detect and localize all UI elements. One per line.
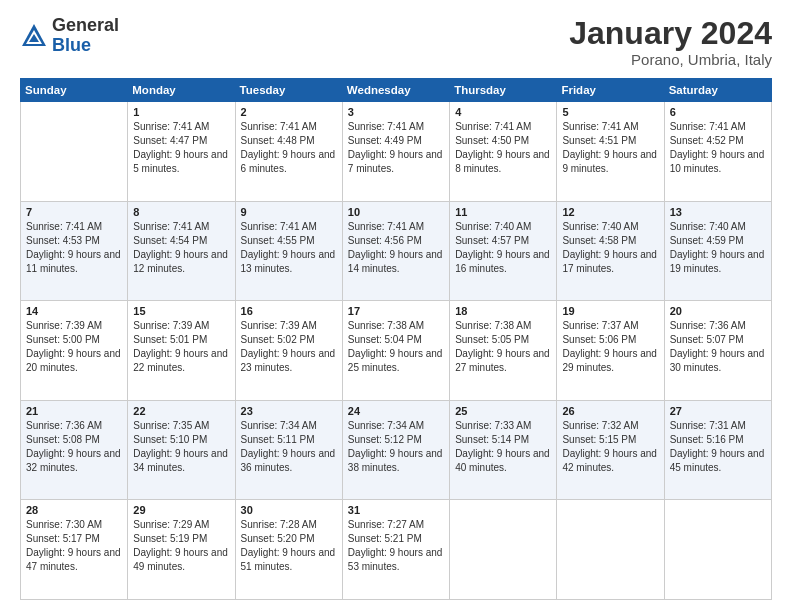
calendar-day-header: Tuesday [235, 79, 342, 102]
calendar-day-cell: 16Sunrise: 7:39 AMSunset: 5:02 PMDayligh… [235, 301, 342, 401]
day-number: 24 [348, 405, 444, 417]
day-number: 23 [241, 405, 337, 417]
day-number: 11 [455, 206, 551, 218]
calendar-day-header: Thursday [450, 79, 557, 102]
calendar-day-cell: 25Sunrise: 7:33 AMSunset: 5:14 PMDayligh… [450, 400, 557, 500]
calendar-header-row: SundayMondayTuesdayWednesdayThursdayFrid… [21, 79, 772, 102]
calendar-day-cell: 15Sunrise: 7:39 AMSunset: 5:01 PMDayligh… [128, 301, 235, 401]
calendar-day-cell: 3Sunrise: 7:41 AMSunset: 4:49 PMDaylight… [342, 102, 449, 202]
logo: General Blue [20, 16, 119, 56]
header: General Blue January 2024 Porano, Umbria… [20, 16, 772, 68]
day-number: 12 [562, 206, 658, 218]
calendar-day-cell: 1Sunrise: 7:41 AMSunset: 4:47 PMDaylight… [128, 102, 235, 202]
calendar-day-cell: 24Sunrise: 7:34 AMSunset: 5:12 PMDayligh… [342, 400, 449, 500]
day-number: 28 [26, 504, 122, 516]
calendar-day-header: Friday [557, 79, 664, 102]
page-title: January 2024 [569, 16, 772, 51]
day-info: Sunrise: 7:41 AMSunset: 4:55 PMDaylight:… [241, 220, 337, 276]
logo-blue-text: Blue [52, 35, 91, 55]
day-info: Sunrise: 7:39 AMSunset: 5:02 PMDaylight:… [241, 319, 337, 375]
day-number: 21 [26, 405, 122, 417]
calendar-day-cell: 21Sunrise: 7:36 AMSunset: 5:08 PMDayligh… [21, 400, 128, 500]
calendar-table: SundayMondayTuesdayWednesdayThursdayFrid… [20, 78, 772, 600]
page-subtitle: Porano, Umbria, Italy [569, 51, 772, 68]
calendar-day-header: Wednesday [342, 79, 449, 102]
day-number: 20 [670, 305, 766, 317]
calendar-day-cell: 29Sunrise: 7:29 AMSunset: 5:19 PMDayligh… [128, 500, 235, 600]
day-number: 6 [670, 106, 766, 118]
day-info: Sunrise: 7:40 AMSunset: 4:59 PMDaylight:… [670, 220, 766, 276]
calendar-day-cell: 20Sunrise: 7:36 AMSunset: 5:07 PMDayligh… [664, 301, 771, 401]
calendar-day-cell: 14Sunrise: 7:39 AMSunset: 5:00 PMDayligh… [21, 301, 128, 401]
day-info: Sunrise: 7:34 AMSunset: 5:12 PMDaylight:… [348, 419, 444, 475]
day-number: 9 [241, 206, 337, 218]
day-info: Sunrise: 7:35 AMSunset: 5:10 PMDaylight:… [133, 419, 229, 475]
calendar-day-cell: 5Sunrise: 7:41 AMSunset: 4:51 PMDaylight… [557, 102, 664, 202]
day-number: 14 [26, 305, 122, 317]
day-number: 17 [348, 305, 444, 317]
calendar-day-cell: 13Sunrise: 7:40 AMSunset: 4:59 PMDayligh… [664, 201, 771, 301]
calendar-day-cell: 18Sunrise: 7:38 AMSunset: 5:05 PMDayligh… [450, 301, 557, 401]
day-number: 1 [133, 106, 229, 118]
day-info: Sunrise: 7:41 AMSunset: 4:54 PMDaylight:… [133, 220, 229, 276]
calendar-day-cell: 22Sunrise: 7:35 AMSunset: 5:10 PMDayligh… [128, 400, 235, 500]
calendar-day-cell: 8Sunrise: 7:41 AMSunset: 4:54 PMDaylight… [128, 201, 235, 301]
day-number: 8 [133, 206, 229, 218]
calendar-day-cell [557, 500, 664, 600]
calendar-day-cell: 17Sunrise: 7:38 AMSunset: 5:04 PMDayligh… [342, 301, 449, 401]
calendar-day-cell: 26Sunrise: 7:32 AMSunset: 5:15 PMDayligh… [557, 400, 664, 500]
day-number: 15 [133, 305, 229, 317]
day-info: Sunrise: 7:30 AMSunset: 5:17 PMDaylight:… [26, 518, 122, 574]
day-info: Sunrise: 7:33 AMSunset: 5:14 PMDaylight:… [455, 419, 551, 475]
day-info: Sunrise: 7:29 AMSunset: 5:19 PMDaylight:… [133, 518, 229, 574]
calendar-day-cell: 27Sunrise: 7:31 AMSunset: 5:16 PMDayligh… [664, 400, 771, 500]
day-info: Sunrise: 7:41 AMSunset: 4:52 PMDaylight:… [670, 120, 766, 176]
day-info: Sunrise: 7:31 AMSunset: 5:16 PMDaylight:… [670, 419, 766, 475]
calendar-day-cell: 10Sunrise: 7:41 AMSunset: 4:56 PMDayligh… [342, 201, 449, 301]
day-number: 13 [670, 206, 766, 218]
day-info: Sunrise: 7:41 AMSunset: 4:56 PMDaylight:… [348, 220, 444, 276]
day-number: 31 [348, 504, 444, 516]
day-info: Sunrise: 7:41 AMSunset: 4:50 PMDaylight:… [455, 120, 551, 176]
calendar-day-header: Sunday [21, 79, 128, 102]
calendar-week-row: 14Sunrise: 7:39 AMSunset: 5:00 PMDayligh… [21, 301, 772, 401]
page: General Blue January 2024 Porano, Umbria… [0, 0, 792, 612]
day-info: Sunrise: 7:32 AMSunset: 5:15 PMDaylight:… [562, 419, 658, 475]
calendar-day-cell: 19Sunrise: 7:37 AMSunset: 5:06 PMDayligh… [557, 301, 664, 401]
calendar-day-cell: 28Sunrise: 7:30 AMSunset: 5:17 PMDayligh… [21, 500, 128, 600]
calendar-day-cell: 4Sunrise: 7:41 AMSunset: 4:50 PMDaylight… [450, 102, 557, 202]
day-info: Sunrise: 7:41 AMSunset: 4:48 PMDaylight:… [241, 120, 337, 176]
day-number: 19 [562, 305, 658, 317]
day-info: Sunrise: 7:28 AMSunset: 5:20 PMDaylight:… [241, 518, 337, 574]
day-info: Sunrise: 7:38 AMSunset: 5:05 PMDaylight:… [455, 319, 551, 375]
calendar-day-cell: 9Sunrise: 7:41 AMSunset: 4:55 PMDaylight… [235, 201, 342, 301]
day-info: Sunrise: 7:27 AMSunset: 5:21 PMDaylight:… [348, 518, 444, 574]
day-info: Sunrise: 7:36 AMSunset: 5:08 PMDaylight:… [26, 419, 122, 475]
day-number: 25 [455, 405, 551, 417]
day-number: 10 [348, 206, 444, 218]
calendar-day-cell: 12Sunrise: 7:40 AMSunset: 4:58 PMDayligh… [557, 201, 664, 301]
calendar-day-header: Saturday [664, 79, 771, 102]
day-info: Sunrise: 7:41 AMSunset: 4:49 PMDaylight:… [348, 120, 444, 176]
day-number: 16 [241, 305, 337, 317]
day-number: 29 [133, 504, 229, 516]
calendar-day-header: Monday [128, 79, 235, 102]
day-info: Sunrise: 7:40 AMSunset: 4:57 PMDaylight:… [455, 220, 551, 276]
calendar-day-cell: 11Sunrise: 7:40 AMSunset: 4:57 PMDayligh… [450, 201, 557, 301]
day-info: Sunrise: 7:34 AMSunset: 5:11 PMDaylight:… [241, 419, 337, 475]
day-number: 30 [241, 504, 337, 516]
day-number: 7 [26, 206, 122, 218]
day-number: 5 [562, 106, 658, 118]
day-number: 18 [455, 305, 551, 317]
day-info: Sunrise: 7:41 AMSunset: 4:53 PMDaylight:… [26, 220, 122, 276]
day-number: 26 [562, 405, 658, 417]
day-number: 3 [348, 106, 444, 118]
day-info: Sunrise: 7:37 AMSunset: 5:06 PMDaylight:… [562, 319, 658, 375]
day-info: Sunrise: 7:39 AMSunset: 5:00 PMDaylight:… [26, 319, 122, 375]
calendar-day-cell: 7Sunrise: 7:41 AMSunset: 4:53 PMDaylight… [21, 201, 128, 301]
calendar-day-cell: 2Sunrise: 7:41 AMSunset: 4:48 PMDaylight… [235, 102, 342, 202]
calendar-week-row: 1Sunrise: 7:41 AMSunset: 4:47 PMDaylight… [21, 102, 772, 202]
calendar-day-cell [21, 102, 128, 202]
calendar-week-row: 7Sunrise: 7:41 AMSunset: 4:53 PMDaylight… [21, 201, 772, 301]
calendar-week-row: 21Sunrise: 7:36 AMSunset: 5:08 PMDayligh… [21, 400, 772, 500]
